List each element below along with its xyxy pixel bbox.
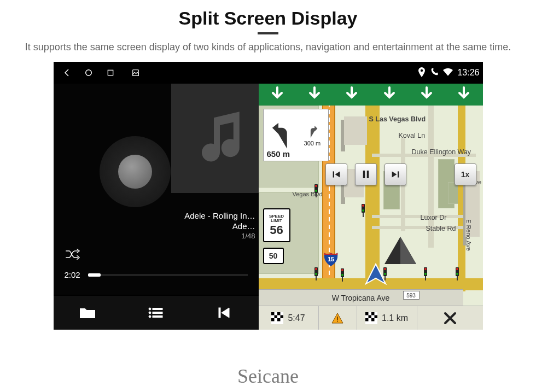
svg-rect-23 bbox=[337, 317, 338, 320]
speed-limit-value: 56 bbox=[270, 224, 283, 236]
traffic-light-icon bbox=[423, 267, 428, 280]
svg-point-0 bbox=[85, 70, 91, 76]
svg-rect-11 bbox=[333, 171, 334, 177]
status-bar: 13:26 bbox=[259, 62, 483, 84]
luxor-pyramid bbox=[384, 237, 416, 267]
music-panel: Adele - Rolling In… Ade… 1/48 2:02 bbox=[54, 62, 259, 330]
location-icon bbox=[418, 67, 426, 79]
nav-info-bar: 5:47 1.1 km bbox=[259, 306, 483, 330]
turn-instruction-card[interactable]: 300 m 650 m bbox=[263, 109, 329, 161]
svg-rect-27 bbox=[371, 312, 375, 315]
warning-tile[interactable] bbox=[319, 306, 357, 330]
speed-limit-sign: SPEED LIMIT 56 bbox=[263, 208, 290, 242]
next-turn-right-icon bbox=[306, 124, 318, 140]
lane-arrow-icon bbox=[383, 86, 396, 103]
svg-point-7 bbox=[149, 315, 151, 318]
svg-rect-22 bbox=[277, 318, 281, 321]
joystick-knob bbox=[118, 155, 152, 189]
sim-playback-row: 1x bbox=[325, 163, 476, 185]
status-icons: 13:26 bbox=[418, 62, 479, 84]
distance-tile[interactable]: 1.1 km bbox=[357, 306, 417, 330]
svg-rect-14 bbox=[398, 171, 399, 177]
android-nav-bar bbox=[54, 62, 259, 84]
next-turn-distance: 300 bbox=[304, 140, 314, 147]
lane-arrow-icon bbox=[457, 86, 470, 103]
street-label: Luxor Dr bbox=[421, 214, 447, 221]
traffic-light-icon bbox=[313, 184, 319, 197]
lane-arrow-icon bbox=[271, 86, 284, 103]
track-title: Adele - Rolling In… bbox=[184, 211, 255, 220]
checkered-flag-icon bbox=[271, 312, 283, 324]
track-counter: 1/48 bbox=[184, 232, 255, 240]
music-note-icon bbox=[201, 107, 250, 169]
progress-bar[interactable] bbox=[88, 274, 248, 276]
svg-rect-28 bbox=[368, 315, 371, 318]
sim-prev-button[interactable] bbox=[325, 163, 347, 185]
svg-rect-29 bbox=[374, 315, 377, 318]
turn-left-icon bbox=[271, 119, 296, 151]
folder-button[interactable] bbox=[54, 306, 121, 319]
device-screenshot: Adele - Rolling In… Ade… 1/48 2:02 bbox=[54, 62, 483, 330]
svg-rect-9 bbox=[219, 308, 220, 318]
street-label: Stable Rd bbox=[426, 225, 456, 232]
current-street-bar[interactable]: W Tropicana Ave 593 bbox=[259, 289, 463, 306]
warning-icon bbox=[331, 312, 343, 324]
close-nav-button[interactable] bbox=[417, 311, 483, 325]
recent-apps-button[interactable] bbox=[100, 62, 121, 84]
street-label: E Reno Ave bbox=[465, 219, 472, 251]
svg-point-3 bbox=[149, 308, 151, 310]
phone-icon bbox=[430, 68, 439, 78]
svg-rect-20 bbox=[281, 315, 284, 318]
turn-unit: m bbox=[283, 149, 290, 159]
street-label: Duke Ellington Way bbox=[412, 148, 471, 156]
traffic-light-icon bbox=[340, 268, 345, 282]
checkered-flag-icon bbox=[365, 312, 377, 324]
page-title: Split Screen Display bbox=[179, 8, 358, 29]
nav-cursor-icon bbox=[363, 262, 389, 290]
eta-value: 5:47 bbox=[288, 313, 305, 323]
svg-rect-30 bbox=[365, 318, 369, 321]
sim-pause-button[interactable] bbox=[355, 163, 377, 185]
svg-rect-26 bbox=[365, 312, 369, 315]
svg-rect-6 bbox=[153, 312, 162, 314]
home-button[interactable] bbox=[78, 62, 100, 84]
previous-track-button[interactable] bbox=[190, 306, 258, 320]
building-3d bbox=[341, 116, 365, 155]
traffic-light-icon bbox=[455, 267, 460, 280]
track-info: Adele - Rolling In… Ade… 1/48 bbox=[184, 211, 255, 240]
sim-speed-label: 1x bbox=[461, 170, 470, 179]
svg-point-5 bbox=[149, 312, 151, 314]
back-button[interactable] bbox=[56, 62, 78, 84]
play-joystick[interactable] bbox=[100, 136, 171, 207]
progress-fill bbox=[88, 273, 101, 277]
picture-icon[interactable] bbox=[125, 62, 147, 84]
remaining-distance: 1.1 bbox=[382, 313, 394, 323]
album-area: Adele - Rolling In… Ade… 1/48 2:02 bbox=[54, 84, 259, 295]
svg-rect-24 bbox=[337, 320, 338, 321]
route-shield: 50 bbox=[263, 248, 284, 264]
svg-rect-17 bbox=[271, 312, 275, 315]
brand-watermark: Seicane bbox=[0, 365, 536, 388]
svg-rect-18 bbox=[277, 312, 281, 315]
svg-rect-13 bbox=[366, 171, 369, 178]
playlist-button[interactable] bbox=[122, 307, 190, 319]
remaining-unit: km bbox=[397, 313, 408, 323]
lane-arrow-icon bbox=[345, 86, 358, 103]
sim-next-button[interactable] bbox=[384, 163, 406, 185]
sim-speed-button[interactable]: 1x bbox=[455, 163, 476, 185]
track-artist: Ade… bbox=[184, 221, 255, 231]
lane-arrow-icon bbox=[420, 86, 433, 103]
svg-rect-21 bbox=[271, 318, 275, 321]
svg-text:15: 15 bbox=[328, 256, 334, 262]
music-bottom-bar bbox=[54, 295, 259, 330]
traffic-light-icon bbox=[313, 267, 319, 280]
svg-point-10 bbox=[421, 69, 423, 71]
eta-tile[interactable]: 5:47 bbox=[259, 306, 319, 330]
next-turn-unit: m bbox=[316, 140, 321, 147]
street-label: Koval Ln bbox=[399, 132, 426, 139]
shuffle-icon[interactable] bbox=[65, 248, 81, 263]
svg-rect-4 bbox=[153, 308, 162, 310]
svg-rect-12 bbox=[363, 171, 365, 178]
street-label: S Las Vegas Blvd bbox=[369, 115, 426, 123]
progress-row: 2:02 bbox=[54, 270, 259, 279]
